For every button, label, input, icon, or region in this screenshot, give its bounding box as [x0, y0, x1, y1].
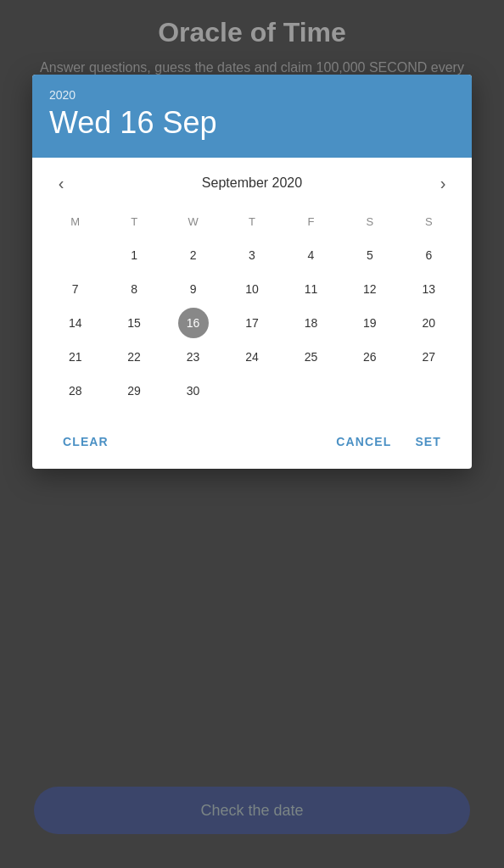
- day-3[interactable]: 3: [222, 238, 281, 272]
- dialog-header: 2020 Wed 16 Sep: [32, 75, 472, 158]
- day-18[interactable]: 18: [282, 306, 340, 340]
- day-header-thu: T: [222, 212, 281, 238]
- day-26[interactable]: 26: [340, 340, 399, 374]
- right-actions: CANCEL SET: [326, 428, 451, 455]
- day-25[interactable]: 25: [282, 340, 340, 374]
- day-2[interactable]: 2: [164, 238, 222, 272]
- day-11[interactable]: 11: [282, 272, 340, 306]
- day-10[interactable]: 10: [222, 272, 281, 306]
- clear-button[interactable]: CLEAR: [53, 428, 119, 455]
- day-27[interactable]: 27: [400, 340, 458, 374]
- day-empty-3: [340, 374, 399, 408]
- day-20[interactable]: 20: [400, 306, 458, 340]
- day-header-wed: W: [164, 212, 222, 238]
- day-28[interactable]: 28: [46, 374, 104, 408]
- day-19[interactable]: 19: [340, 306, 399, 340]
- day-header-sat: S: [340, 212, 399, 238]
- day-7[interactable]: 7: [46, 272, 104, 306]
- cancel-button[interactable]: CANCEL: [326, 428, 401, 455]
- day-12[interactable]: 12: [340, 272, 399, 306]
- day-5[interactable]: 5: [340, 238, 399, 272]
- calendar-grid: M T W T F S S 1 2 3 4 5 6 7 8 9 10 11 12…: [46, 212, 458, 408]
- day-empty: [46, 238, 104, 272]
- day-9[interactable]: 9: [164, 272, 222, 306]
- day-15[interactable]: 15: [104, 306, 163, 340]
- day-16[interactable]: 16: [164, 306, 222, 340]
- day-1[interactable]: 1: [104, 238, 163, 272]
- day-header-mon: M: [46, 212, 104, 238]
- day-header-tue: T: [104, 212, 163, 238]
- day-30[interactable]: 30: [164, 374, 222, 408]
- day-29[interactable]: 29: [104, 374, 163, 408]
- day-8[interactable]: 8: [104, 272, 163, 306]
- day-14[interactable]: 14: [46, 306, 104, 340]
- day-13[interactable]: 13: [400, 272, 458, 306]
- day-17[interactable]: 17: [222, 306, 281, 340]
- set-button[interactable]: SET: [405, 428, 451, 455]
- next-month-button[interactable]: ›: [428, 168, 458, 198]
- day-23[interactable]: 23: [164, 340, 222, 374]
- header-year: 2020: [49, 88, 455, 102]
- day-empty-2: [282, 374, 340, 408]
- day-24[interactable]: 24: [222, 340, 281, 374]
- month-navigation: ‹ September 2020 ›: [46, 168, 458, 198]
- day-6[interactable]: 6: [400, 238, 458, 272]
- day-21[interactable]: 21: [46, 340, 104, 374]
- day-header-fri: F: [282, 212, 340, 238]
- dialog-actions: CLEAR CANCEL SET: [46, 415, 458, 469]
- day-empty-1: [222, 374, 281, 408]
- month-label: September 2020: [202, 175, 302, 191]
- day-22[interactable]: 22: [104, 340, 163, 374]
- day-empty-4: [400, 374, 458, 408]
- dialog-body: ‹ September 2020 › M T W T F S S 1 2 3 4…: [32, 158, 472, 469]
- prev-month-button[interactable]: ‹: [46, 168, 76, 198]
- day-4[interactable]: 4: [282, 238, 340, 272]
- date-picker-dialog: 2020 Wed 16 Sep ‹ September 2020 › M T W…: [32, 75, 472, 469]
- day-header-sun: S: [400, 212, 458, 238]
- header-date: Wed 16 Sep: [49, 105, 455, 141]
